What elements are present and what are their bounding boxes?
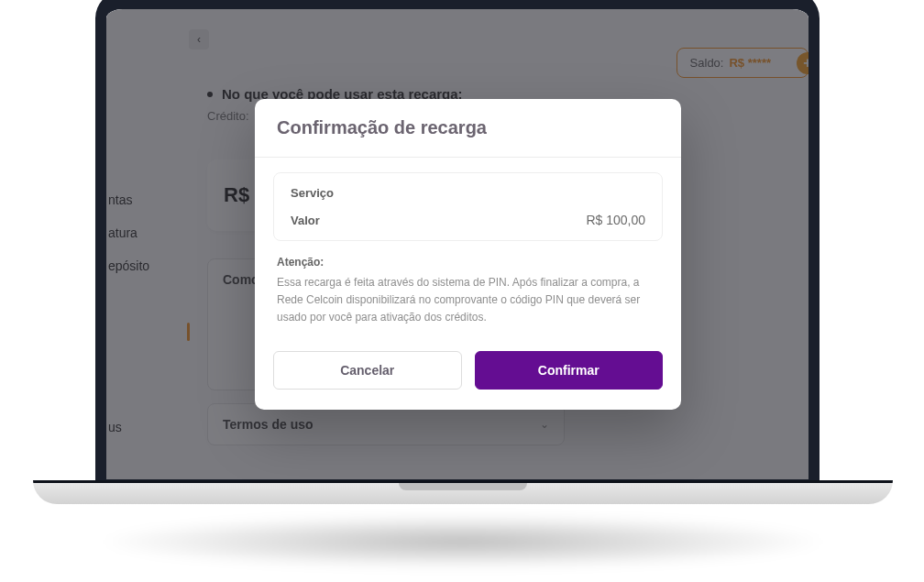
attention-label: Atenção: xyxy=(273,245,663,270)
modal-title: Confirmação de recarga xyxy=(277,117,659,138)
modal-header: Confirmação de recarga xyxy=(255,99,681,158)
summary-card: Serviço Valor R$ 100,00 xyxy=(273,172,663,241)
value-label: Valor xyxy=(291,214,320,227)
cancel-button[interactable]: Cancelar xyxy=(273,351,462,390)
service-label: Serviço xyxy=(291,186,645,200)
attention-text: Essa recarga é feita através do sistema … xyxy=(273,270,663,340)
value-amount: R$ 100,00 xyxy=(586,213,645,227)
value-row: Valor R$ 100,00 xyxy=(291,213,645,227)
laptop-base xyxy=(33,480,893,504)
confirm-recharge-modal: Confirmação de recarga Serviço Valor R$ … xyxy=(255,99,681,410)
modal-body: Serviço Valor R$ 100,00 Atenção: Essa re… xyxy=(255,158,681,344)
modal-footer: Cancelar Confirmar xyxy=(255,344,681,410)
device-shadow xyxy=(33,510,893,574)
confirm-button[interactable]: Confirmar xyxy=(475,351,664,390)
laptop-notch xyxy=(399,483,527,490)
